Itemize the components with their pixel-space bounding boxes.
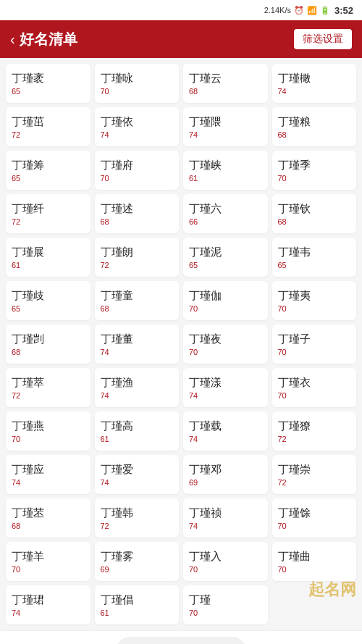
list-item[interactable]: 丁瑾橄74 — [272, 64, 357, 103]
list-item[interactable]: 丁瑾子70 — [272, 325, 357, 364]
name-text: 丁瑾纤 — [12, 201, 44, 216]
list-item[interactable]: 丁瑾馀70 — [272, 498, 357, 538]
list-item[interactable]: 丁瑾隈74 — [183, 107, 268, 146]
name-text: 丁瑾倡 — [101, 593, 133, 607]
list-item[interactable]: 丁瑾载74 — [183, 411, 268, 451]
list-item[interactable]: 丁瑾袤65 — [6, 64, 90, 103]
name-text: 丁瑾渔 — [101, 375, 133, 390]
list-item[interactable]: 丁瑾季70 — [272, 151, 357, 190]
name-text: 丁瑾府 — [101, 158, 133, 172]
back-button[interactable]: ‹ — [10, 31, 15, 48]
list-item[interactable]: 丁瑾应74 — [6, 455, 90, 494]
list-item[interactable]: 丁瑾筹65 — [6, 151, 90, 190]
list-item[interactable]: 丁瑾祯74 — [183, 498, 268, 538]
list-item[interactable]: 丁瑾渔74 — [95, 368, 180, 407]
list-item[interactable]: 丁瑾夜70 — [183, 325, 268, 364]
list-item[interactable]: 丁瑾漾74 — [183, 368, 268, 407]
name-text: 丁瑾韩 — [101, 506, 133, 520]
name-text: 丁瑾馀 — [278, 506, 311, 520]
name-text: 丁瑾泥 — [189, 245, 222, 259]
list-item[interactable]: 丁瑾珺74 — [6, 585, 90, 624]
name-score: 61 — [101, 435, 109, 443]
list-item[interactable]: 丁瑾咏70 — [95, 64, 180, 103]
list-item[interactable]: 丁瑾苤68 — [6, 498, 90, 538]
list-item[interactable]: 丁瑾述68 — [95, 194, 180, 233]
name-score: 65 — [12, 87, 20, 96]
name-text: 丁瑾剀 — [12, 332, 44, 346]
list-item[interactable]: 丁瑾雾69 — [95, 542, 180, 581]
name-text: 丁瑾獠 — [278, 419, 311, 433]
name-score: 65 — [12, 304, 20, 313]
name-score: 70 — [12, 435, 20, 443]
name-text: 丁瑾苤 — [12, 506, 44, 520]
name-score: 65 — [189, 261, 198, 269]
list-item[interactable]: 丁瑾歧65 — [6, 281, 90, 320]
name-score: 66 — [189, 217, 198, 226]
list-item[interactable]: 丁瑾倡61 — [95, 585, 180, 624]
list-item[interactable]: 丁瑾曲70 — [272, 542, 357, 581]
list-item[interactable]: 丁瑾燕70 — [6, 411, 90, 451]
name-score: 74 — [189, 522, 198, 530]
name-text: 丁瑾入 — [189, 549, 222, 564]
name-score: 70 — [101, 87, 109, 96]
list-item[interactable]: 丁瑾70 — [183, 585, 268, 624]
name-score: 70 — [189, 304, 198, 313]
name-score: 72 — [278, 478, 287, 487]
list-item[interactable]: 丁瑾韦65 — [272, 238, 357, 277]
name-text: 丁瑾夷 — [278, 288, 311, 303]
list-item[interactable]: 丁瑾泥65 — [183, 238, 268, 277]
list-item[interactable]: 丁瑾伽70 — [183, 281, 268, 320]
name-text: 丁瑾述 — [101, 201, 133, 216]
list-item[interactable]: 丁瑾獠72 — [272, 411, 357, 451]
name-score: 70 — [278, 174, 287, 183]
list-item[interactable]: 丁瑾崇72 — [272, 455, 357, 494]
list-item[interactable]: 丁瑾童68 — [95, 281, 180, 320]
name-score: 70 — [278, 391, 287, 400]
name-score: 61 — [12, 261, 20, 269]
name-score: 70 — [278, 522, 287, 530]
name-text: 丁瑾应 — [12, 462, 44, 477]
list-item[interactable]: 丁瑾剀68 — [6, 325, 90, 364]
name-score: 72 — [101, 261, 109, 269]
name-text: 丁瑾童 — [101, 288, 133, 303]
list-item[interactable]: 丁瑾粮68 — [272, 107, 357, 146]
name-text: 丁瑾筹 — [12, 158, 44, 172]
name-text: 丁瑾峡 — [189, 158, 222, 172]
list-item[interactable]: 丁瑾钦68 — [272, 194, 357, 233]
name-score: 70 — [189, 348, 198, 356]
list-item[interactable]: 丁瑾萃72 — [6, 368, 90, 407]
filter-settings-button[interactable]: 筛选设置 — [294, 29, 352, 49]
list-item[interactable]: 丁瑾爱74 — [95, 455, 180, 494]
list-item[interactable]: 丁瑾依74 — [95, 107, 180, 146]
name-score: 72 — [12, 391, 20, 400]
name-score: 65 — [278, 261, 287, 269]
name-text: 丁瑾萃 — [12, 375, 44, 390]
name-score: 74 — [101, 391, 109, 400]
header-left: ‹ 好名清单 — [10, 30, 77, 49]
sort-button[interactable]: 按分排序 — [116, 637, 246, 644]
name-text: 丁瑾六 — [189, 201, 222, 216]
name-text: 丁瑾展 — [12, 245, 44, 259]
list-item[interactable]: 丁瑾云68 — [183, 64, 268, 103]
list-item[interactable]: 丁瑾夷70 — [272, 281, 357, 320]
list-item[interactable]: 丁瑾六66 — [183, 194, 268, 233]
list-item[interactable]: 丁瑾纤72 — [6, 194, 90, 233]
name-score: 74 — [101, 348, 109, 356]
list-item[interactable]: 丁瑾衣70 — [272, 368, 357, 407]
list-item[interactable]: 丁瑾展61 — [6, 238, 90, 277]
list-item[interactable]: 丁瑾府70 — [95, 151, 180, 190]
list-item[interactable]: 丁瑾朗72 — [95, 238, 180, 277]
list-item[interactable]: 丁瑾羊70 — [6, 542, 90, 581]
list-item[interactable]: 丁瑾邓69 — [183, 455, 268, 494]
list-item[interactable]: 丁瑾入70 — [183, 542, 268, 581]
list-item[interactable]: 丁瑾董74 — [95, 325, 180, 364]
names-grid: 丁瑾袤65丁瑾咏70丁瑾云68丁瑾橄74丁瑾茁72丁瑾依74丁瑾隈74丁瑾粮68… — [0, 58, 362, 630]
list-item[interactable]: 丁瑾韩72 — [95, 498, 180, 538]
name-score: 72 — [101, 522, 109, 530]
name-text: 丁瑾茁 — [12, 114, 44, 129]
list-item[interactable]: 丁瑾峡61 — [183, 151, 268, 190]
name-score: 74 — [12, 478, 20, 487]
list-item[interactable]: 丁瑾茁72 — [6, 107, 90, 146]
status-bar: 2.14K/s ⏰ 📶 🔋 3:52 — [0, 0, 362, 20]
list-item[interactable]: 丁瑾高61 — [95, 411, 180, 451]
